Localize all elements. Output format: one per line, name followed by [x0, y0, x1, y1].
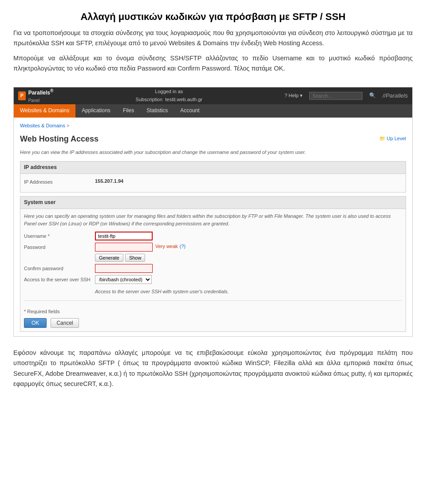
ip-section-header: IP addresses — [20, 161, 406, 173]
nav-item-statistics[interactable]: Statistics — [140, 104, 174, 118]
ssh-note-row: Access to the server over SSH with syste… — [24, 286, 402, 296]
breadcrumb: Websites & Domains > — [20, 122, 406, 130]
panel-subtitle: Panel — [28, 97, 54, 104]
panel-screenshot: P Parallels® Panel Logged in as Subscrip… — [13, 87, 413, 337]
search-input[interactable] — [309, 92, 363, 100]
parallels-logo-icon: P — [18, 91, 26, 100]
password-input[interactable] — [95, 243, 153, 252]
help-button[interactable]: ? Help ▾ — [284, 92, 303, 100]
up-level-label: Up Level — [387, 135, 406, 143]
panel-logo: P Parallels® Panel — [18, 87, 53, 104]
subscription-value: testit.web.auth.gr — [165, 97, 202, 102]
page-description: Here you can view the IP addresses assoc… — [20, 149, 406, 157]
password-label: Password — [24, 243, 95, 252]
up-level-icon: 📁 — [379, 135, 386, 143]
confirm-password-label: Confirm password — [24, 264, 95, 273]
system-user-section-body: Here you can specify an operating system… — [20, 209, 406, 332]
password-help-icon[interactable]: (?) — [180, 243, 185, 251]
ip-field-row: IP Addresses 155.207.1.94 — [24, 177, 402, 186]
username-label: Username * — [24, 232, 95, 240]
generate-button[interactable]: Generate — [95, 254, 123, 262]
confirm-password-field-row: Confirm password — [24, 264, 402, 273]
logged-in-label: Logged in as — [136, 88, 202, 96]
ssh-note-text: Access to the server over SSH with syste… — [95, 288, 229, 296]
required-fields-note: * Required fields — [24, 308, 402, 316]
generate-spacer — [24, 254, 95, 255]
form-buttons-row: * Required fields OK Cancel — [24, 300, 402, 328]
page-title: Web Hosting Access — [20, 133, 99, 146]
ssh-access-label: Access to the server over SSH — [24, 275, 95, 284]
panel-header: P Parallels® Panel Logged in as Subscrip… — [14, 87, 412, 104]
ssh-access-field-row: Access to the server over SSH /bin/bash … — [24, 275, 402, 284]
show-button[interactable]: Show — [125, 254, 146, 262]
article-title: Αλλαγή μυστικών κωδικών για πρόσβαση με … — [13, 9, 413, 24]
ok-button[interactable]: OK — [24, 318, 47, 328]
article-body1: Μπορούμε να αλλάξουμε και το όνομα σύνδε… — [13, 53, 413, 74]
logged-in-info: Logged in as Subscription testit.web.aut… — [136, 88, 202, 103]
search-icon[interactable]: 🔍 — [369, 91, 376, 100]
help-label: Help — [288, 92, 299, 100]
article-bottom: Εφόσον κάνουμε τις παραπάνω αλλαγές μπορ… — [0, 341, 426, 402]
nav-label-websites: Websites & Domains — [20, 106, 69, 115]
parallels-brand-name: Parallels® — [28, 87, 54, 97]
parallels-right-logo: //Parallels — [383, 91, 408, 101]
nav-label-account: Account — [180, 106, 199, 115]
panel-right-controls: ? Help ▾ 🔍 //Parallels — [284, 91, 408, 101]
panel-content-area: Websites & Domains > Web Hosting Access … — [14, 118, 412, 336]
ip-label: IP Addresses — [24, 177, 95, 186]
article-intro: Για να τροποποιήσουμε τα στοιχεία σύνδεσ… — [13, 28, 413, 48]
confirm-password-input[interactable] — [95, 264, 153, 273]
subscription-label: Subscription — [136, 97, 163, 102]
cancel-button[interactable]: Cancel — [51, 318, 79, 328]
ip-section-body: IP Addresses 155.207.1.94 — [20, 173, 406, 193]
username-field-row: Username * — [24, 232, 402, 240]
nav-item-files[interactable]: Files — [117, 104, 140, 118]
nav-label-files: Files — [123, 106, 134, 115]
system-user-description: Here you can specify an operating system… — [24, 213, 402, 228]
ssh-note-spacer — [24, 286, 95, 287]
nav-label-applications: Applications — [82, 106, 110, 115]
system-user-section-header: System user — [20, 196, 406, 209]
question-icon: ? — [284, 92, 287, 100]
ip-value: 155.207.1.94 — [95, 177, 123, 185]
panel-navigation: Websites & Domains Applications Files St… — [14, 104, 412, 118]
username-input[interactable] — [95, 232, 153, 240]
nav-item-account[interactable]: Account — [174, 104, 205, 118]
ssh-access-select[interactable]: /bin/bash (chrooted) — [95, 275, 152, 284]
breadcrumb-websites-link[interactable]: Websites & Domains — [20, 123, 65, 128]
nav-item-applications[interactable]: Applications — [75, 104, 117, 118]
page-header: Web Hosting Access 📁 Up Level — [20, 133, 406, 146]
action-buttons: OK Cancel — [24, 318, 402, 328]
chevron-down-icon: ▾ — [300, 92, 303, 100]
password-field-row: Password Very weak (?) — [24, 243, 402, 252]
up-level-link[interactable]: 📁 Up Level — [379, 135, 406, 143]
nav-label-statistics: Statistics — [146, 106, 168, 115]
breadcrumb-separator: > — [67, 123, 69, 128]
subscription-info: Subscription testit.web.auth.gr — [136, 96, 202, 104]
nav-item-websites-domains[interactable]: Websites & Domains — [14, 104, 75, 118]
article-header: Αλλαγή μυστικών κωδικών για πρόσβαση με … — [0, 0, 426, 83]
generate-show-row: Generate Show — [24, 254, 402, 262]
password-strength-label: Very weak — [155, 243, 178, 251]
article-body2: Εφόσον κάνουμε τις παραπάνω αλλαγές μπορ… — [13, 348, 413, 389]
